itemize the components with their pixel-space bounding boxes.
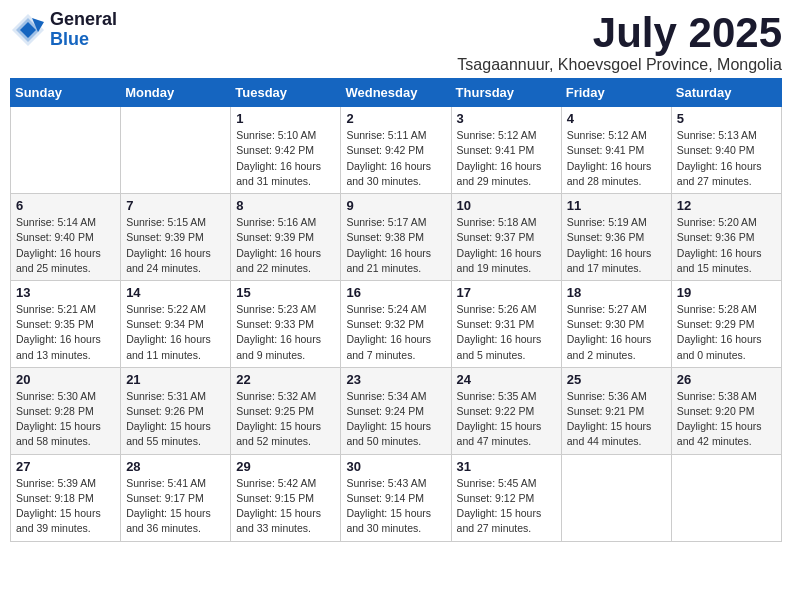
cell-daylight-text: Sunrise: 5:18 AM Sunset: 9:37 PM Dayligh… [457, 215, 556, 276]
weekday-header-wednesday: Wednesday [341, 79, 451, 107]
calendar-cell: 15Sunrise: 5:23 AM Sunset: 9:33 PM Dayli… [231, 280, 341, 367]
cell-daylight-text: Sunrise: 5:36 AM Sunset: 9:21 PM Dayligh… [567, 389, 666, 450]
day-number: 11 [567, 198, 666, 213]
day-number: 5 [677, 111, 776, 126]
cell-daylight-text: Sunrise: 5:34 AM Sunset: 9:24 PM Dayligh… [346, 389, 445, 450]
cell-daylight-text: Sunrise: 5:39 AM Sunset: 9:18 PM Dayligh… [16, 476, 115, 537]
day-number: 2 [346, 111, 445, 126]
logo: General Blue [10, 10, 117, 50]
header: General Blue July 2025 Tsagaannuur, Khoe… [10, 10, 782, 74]
day-number: 26 [677, 372, 776, 387]
day-number: 9 [346, 198, 445, 213]
day-number: 16 [346, 285, 445, 300]
day-number: 17 [457, 285, 556, 300]
cell-daylight-text: Sunrise: 5:12 AM Sunset: 9:41 PM Dayligh… [457, 128, 556, 189]
calendar-cell: 1Sunrise: 5:10 AM Sunset: 9:42 PM Daylig… [231, 107, 341, 194]
day-number: 18 [567, 285, 666, 300]
cell-daylight-text: Sunrise: 5:12 AM Sunset: 9:41 PM Dayligh… [567, 128, 666, 189]
title-area: July 2025 Tsagaannuur, Khoevsgoel Provin… [457, 10, 782, 74]
calendar-cell: 2Sunrise: 5:11 AM Sunset: 9:42 PM Daylig… [341, 107, 451, 194]
cell-daylight-text: Sunrise: 5:15 AM Sunset: 9:39 PM Dayligh… [126, 215, 225, 276]
calendar-cell: 27Sunrise: 5:39 AM Sunset: 9:18 PM Dayli… [11, 454, 121, 541]
cell-daylight-text: Sunrise: 5:32 AM Sunset: 9:25 PM Dayligh… [236, 389, 335, 450]
calendar-week-row: 13Sunrise: 5:21 AM Sunset: 9:35 PM Dayli… [11, 280, 782, 367]
logo-blue-text: Blue [50, 30, 117, 50]
calendar-cell: 16Sunrise: 5:24 AM Sunset: 9:32 PM Dayli… [341, 280, 451, 367]
day-number: 10 [457, 198, 556, 213]
day-number: 7 [126, 198, 225, 213]
day-number: 23 [346, 372, 445, 387]
cell-daylight-text: Sunrise: 5:14 AM Sunset: 9:40 PM Dayligh… [16, 215, 115, 276]
day-number: 12 [677, 198, 776, 213]
weekday-header-friday: Friday [561, 79, 671, 107]
day-number: 4 [567, 111, 666, 126]
cell-daylight-text: Sunrise: 5:30 AM Sunset: 9:28 PM Dayligh… [16, 389, 115, 450]
cell-daylight-text: Sunrise: 5:38 AM Sunset: 9:20 PM Dayligh… [677, 389, 776, 450]
calendar-cell: 14Sunrise: 5:22 AM Sunset: 9:34 PM Dayli… [121, 280, 231, 367]
month-year-title: July 2025 [457, 10, 782, 56]
day-number: 21 [126, 372, 225, 387]
cell-daylight-text: Sunrise: 5:22 AM Sunset: 9:34 PM Dayligh… [126, 302, 225, 363]
day-number: 20 [16, 372, 115, 387]
weekday-header-saturday: Saturday [671, 79, 781, 107]
calendar-cell: 21Sunrise: 5:31 AM Sunset: 9:26 PM Dayli… [121, 367, 231, 454]
calendar-cell: 9Sunrise: 5:17 AM Sunset: 9:38 PM Daylig… [341, 194, 451, 281]
cell-daylight-text: Sunrise: 5:24 AM Sunset: 9:32 PM Dayligh… [346, 302, 445, 363]
calendar-cell [11, 107, 121, 194]
calendar-cell: 24Sunrise: 5:35 AM Sunset: 9:22 PM Dayli… [451, 367, 561, 454]
cell-daylight-text: Sunrise: 5:41 AM Sunset: 9:17 PM Dayligh… [126, 476, 225, 537]
calendar-week-row: 27Sunrise: 5:39 AM Sunset: 9:18 PM Dayli… [11, 454, 782, 541]
calendar-cell: 31Sunrise: 5:45 AM Sunset: 9:12 PM Dayli… [451, 454, 561, 541]
day-number: 14 [126, 285, 225, 300]
day-number: 22 [236, 372, 335, 387]
calendar-week-row: 6Sunrise: 5:14 AM Sunset: 9:40 PM Daylig… [11, 194, 782, 281]
day-number: 30 [346, 459, 445, 474]
calendar-cell [561, 454, 671, 541]
cell-daylight-text: Sunrise: 5:17 AM Sunset: 9:38 PM Dayligh… [346, 215, 445, 276]
calendar-cell: 18Sunrise: 5:27 AM Sunset: 9:30 PM Dayli… [561, 280, 671, 367]
logo-general-text: General [50, 10, 117, 30]
day-number: 8 [236, 198, 335, 213]
weekday-header-tuesday: Tuesday [231, 79, 341, 107]
cell-daylight-text: Sunrise: 5:28 AM Sunset: 9:29 PM Dayligh… [677, 302, 776, 363]
cell-daylight-text: Sunrise: 5:16 AM Sunset: 9:39 PM Dayligh… [236, 215, 335, 276]
calendar-cell: 19Sunrise: 5:28 AM Sunset: 9:29 PM Dayli… [671, 280, 781, 367]
cell-daylight-text: Sunrise: 5:13 AM Sunset: 9:40 PM Dayligh… [677, 128, 776, 189]
calendar-week-row: 20Sunrise: 5:30 AM Sunset: 9:28 PM Dayli… [11, 367, 782, 454]
calendar-cell: 30Sunrise: 5:43 AM Sunset: 9:14 PM Dayli… [341, 454, 451, 541]
day-number: 19 [677, 285, 776, 300]
calendar-cell: 10Sunrise: 5:18 AM Sunset: 9:37 PM Dayli… [451, 194, 561, 281]
day-number: 25 [567, 372, 666, 387]
logo-icon [10, 12, 46, 48]
cell-daylight-text: Sunrise: 5:11 AM Sunset: 9:42 PM Dayligh… [346, 128, 445, 189]
cell-daylight-text: Sunrise: 5:20 AM Sunset: 9:36 PM Dayligh… [677, 215, 776, 276]
calendar-cell: 4Sunrise: 5:12 AM Sunset: 9:41 PM Daylig… [561, 107, 671, 194]
weekday-header-monday: Monday [121, 79, 231, 107]
weekday-header-sunday: Sunday [11, 79, 121, 107]
cell-daylight-text: Sunrise: 5:26 AM Sunset: 9:31 PM Dayligh… [457, 302, 556, 363]
calendar-cell: 23Sunrise: 5:34 AM Sunset: 9:24 PM Dayli… [341, 367, 451, 454]
cell-daylight-text: Sunrise: 5:35 AM Sunset: 9:22 PM Dayligh… [457, 389, 556, 450]
calendar-cell: 3Sunrise: 5:12 AM Sunset: 9:41 PM Daylig… [451, 107, 561, 194]
day-number: 6 [16, 198, 115, 213]
cell-daylight-text: Sunrise: 5:10 AM Sunset: 9:42 PM Dayligh… [236, 128, 335, 189]
calendar-cell: 17Sunrise: 5:26 AM Sunset: 9:31 PM Dayli… [451, 280, 561, 367]
day-number: 27 [16, 459, 115, 474]
calendar-cell: 13Sunrise: 5:21 AM Sunset: 9:35 PM Dayli… [11, 280, 121, 367]
calendar-cell: 28Sunrise: 5:41 AM Sunset: 9:17 PM Dayli… [121, 454, 231, 541]
cell-daylight-text: Sunrise: 5:45 AM Sunset: 9:12 PM Dayligh… [457, 476, 556, 537]
day-number: 31 [457, 459, 556, 474]
calendar-cell: 11Sunrise: 5:19 AM Sunset: 9:36 PM Dayli… [561, 194, 671, 281]
weekday-header-row: SundayMondayTuesdayWednesdayThursdayFrid… [11, 79, 782, 107]
weekday-header-thursday: Thursday [451, 79, 561, 107]
cell-daylight-text: Sunrise: 5:19 AM Sunset: 9:36 PM Dayligh… [567, 215, 666, 276]
calendar-cell: 8Sunrise: 5:16 AM Sunset: 9:39 PM Daylig… [231, 194, 341, 281]
cell-daylight-text: Sunrise: 5:23 AM Sunset: 9:33 PM Dayligh… [236, 302, 335, 363]
calendar-cell: 22Sunrise: 5:32 AM Sunset: 9:25 PM Dayli… [231, 367, 341, 454]
day-number: 28 [126, 459, 225, 474]
cell-daylight-text: Sunrise: 5:42 AM Sunset: 9:15 PM Dayligh… [236, 476, 335, 537]
location-subtitle: Tsagaannuur, Khoevsgoel Province, Mongol… [457, 56, 782, 74]
cell-daylight-text: Sunrise: 5:21 AM Sunset: 9:35 PM Dayligh… [16, 302, 115, 363]
cell-daylight-text: Sunrise: 5:27 AM Sunset: 9:30 PM Dayligh… [567, 302, 666, 363]
calendar-cell: 20Sunrise: 5:30 AM Sunset: 9:28 PM Dayli… [11, 367, 121, 454]
